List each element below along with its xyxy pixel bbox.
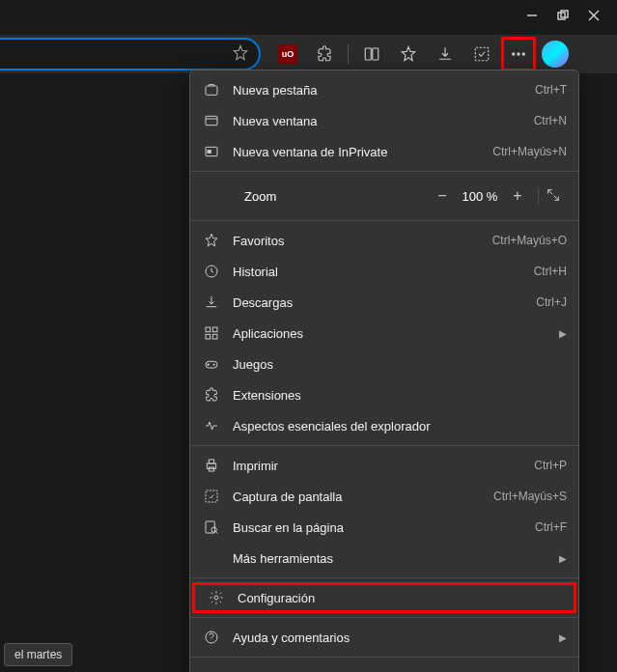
svg-point-29 [214,596,218,600]
print-icon [202,458,221,473]
svg-rect-23 [207,463,215,468]
svg-rect-17 [206,327,210,332]
menu-label: Nueva ventana de InPrivate [221,145,492,159]
screenshot-icon[interactable] [464,37,499,71]
menu-item-help[interactable]: Ayuda y comentarios ▶ [190,622,578,653]
zoom-value: 100 % [457,189,503,204]
svg-point-8 [513,53,515,55]
zoom-row: Zoom − 100 % + [190,176,578,216]
zoom-label: Zoom [233,189,428,204]
menu-label: Descargas [221,295,536,310]
menu-label: Imprimir [221,459,534,473]
fullscreen-button[interactable] [538,187,567,206]
menu-item-games[interactable]: Juegos [190,349,578,379]
menu-item-extensions[interactable]: Extensiones [190,379,578,410]
menu-item-downloads[interactable]: Descargas Ctrl+J [190,287,578,318]
svg-rect-20 [212,334,217,339]
chevron-right-icon: ▶ [559,553,567,564]
menu-label: Ayuda y comentarios [221,630,559,645]
maximize-button[interactable] [557,10,569,21]
gear-icon [207,590,226,605]
split-screen-icon[interactable] [354,37,389,71]
menu-shortcut: Ctrl+N [534,114,567,127]
menu-label: Aspectos esenciales del explorador [221,419,567,434]
downloads-icon[interactable] [428,37,463,71]
menu-item-new-tab[interactable]: Nueva pestaña Ctrl+T [190,74,578,105]
copilot-icon[interactable] [542,41,569,68]
menu-label: Nueva pestaña [221,83,535,98]
menu-item-close-edge[interactable]: Cerrar Microsoft Edge [190,661,578,672]
menu-item-new-window[interactable]: Nueva ventana Ctrl+N [190,105,578,136]
menu-label: Juegos [221,357,567,372]
puzzle-icon [202,387,221,403]
download-icon [202,294,221,310]
menu-label: Configuración [226,591,562,605]
find-icon [202,519,221,535]
svg-rect-15 [208,151,210,154]
menu-label: Buscar en la página [221,520,535,535]
address-bar[interactable] [0,38,261,70]
zoom-out-button[interactable]: − [428,187,457,205]
favorites-icon[interactable] [391,37,426,71]
window-controls [509,0,617,31]
svg-rect-12 [206,116,217,125]
heart-icon [202,418,221,434]
capture-icon [202,489,221,504]
menu-item-inprivate[interactable]: Nueva ventana de InPrivate Ctrl+Mayús+N [190,136,578,167]
menu-item-apps[interactable]: Aplicaciones ▶ [190,318,578,349]
menu-label: Captura de pantalla [221,490,493,504]
history-icon [202,264,221,279]
menu-item-find[interactable]: Buscar en la página Ctrl+F [190,512,578,543]
bottom-tab[interactable]: el martes [4,643,72,666]
star-icon[interactable] [232,44,249,65]
svg-point-28 [211,527,216,532]
menu-item-favorites[interactable]: Favoritos Ctrl+Mayús+O [190,225,578,256]
tab-icon [202,82,221,98]
menu-shortcut: Ctrl+F [535,520,567,534]
menu-item-more-tools[interactable]: Más herramientas ▶ [190,543,578,574]
extensions-icon[interactable] [307,37,342,71]
menu-shortcut: Ctrl+Mayús+S [493,490,567,503]
svg-rect-19 [206,334,210,339]
svg-point-10 [522,53,524,55]
inprivate-icon [202,144,221,159]
menu-item-screenshot[interactable]: Captura de pantalla Ctrl+Mayús+S [190,481,578,512]
svg-rect-24 [209,460,213,463]
zoom-in-button[interactable]: + [503,187,532,205]
games-icon [202,356,221,372]
svg-rect-11 [206,86,217,95]
svg-rect-5 [365,48,371,60]
minimize-button[interactable] [526,10,538,21]
menu-item-settings[interactable]: Configuración [192,582,576,613]
svg-point-9 [518,53,519,55]
star-icon [202,233,221,248]
menu-label: Más herramientas [221,551,559,566]
menu-shortcut: Ctrl+P [534,459,567,472]
svg-rect-7 [475,47,489,61]
svg-rect-6 [373,48,379,60]
menu-label: Favoritos [221,234,492,248]
ublock-extension[interactable]: uO [270,37,305,71]
help-icon [202,630,221,645]
svg-rect-26 [206,490,217,502]
svg-rect-18 [212,327,217,332]
menu-item-essentials[interactable]: Aspectos esenciales del explorador [190,410,578,441]
menu-shortcut: Ctrl+Mayús+N [492,145,567,158]
menu-label: Nueva ventana [221,114,534,128]
menu-item-print[interactable]: Imprimir Ctrl+P [190,450,578,481]
menu-label: Extensiones [221,388,567,403]
more-button[interactable] [501,37,536,71]
svg-rect-25 [209,467,213,471]
menu-label: Aplicaciones [221,326,559,341]
menu-shortcut: Ctrl+Mayús+O [492,234,567,247]
window-icon [202,113,221,128]
apps-icon [202,325,221,341]
menu-item-history[interactable]: Historial Ctrl+H [190,256,578,287]
menu-shortcut: Ctrl+H [534,265,567,278]
browser-toolbar: uO [0,35,617,73]
chevron-right-icon: ▶ [559,632,567,643]
menu-shortcut: Ctrl+J [536,295,567,309]
close-button[interactable] [588,10,600,21]
svg-point-22 [213,364,214,365]
chevron-right-icon: ▶ [559,328,567,339]
